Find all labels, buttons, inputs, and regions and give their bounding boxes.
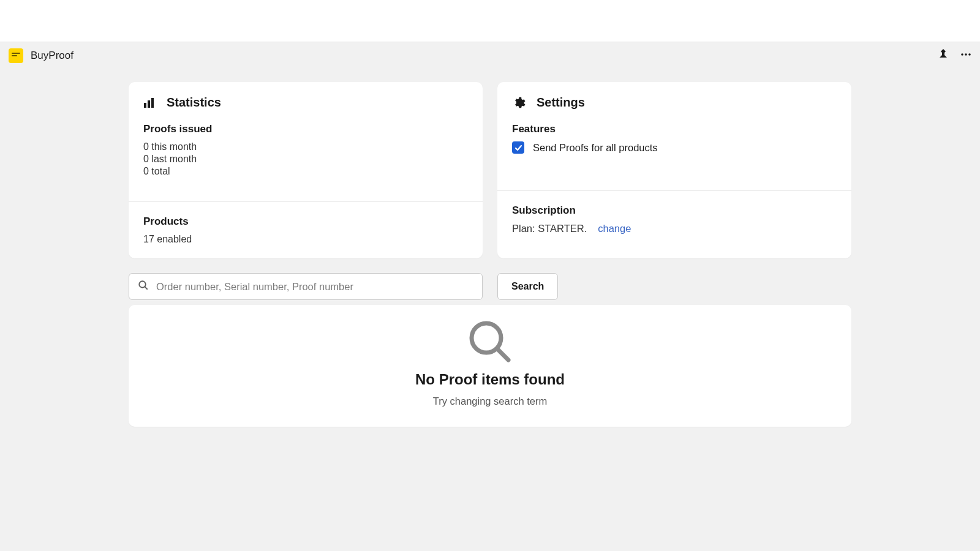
svg-point-2 — [968, 53, 971, 56]
settings-card: Settings Features Send Proofs for all pr… — [497, 82, 851, 258]
search-field-wrapper[interactable] — [129, 273, 483, 300]
bar-chart-icon — [143, 97, 156, 109]
stat-last-month: 0 last month — [143, 154, 468, 165]
empty-title: No Proof items found — [143, 371, 837, 388]
empty-state-card: No Proof items found Try changing search… — [129, 305, 851, 427]
search-button[interactable]: Search — [497, 273, 558, 300]
pin-icon[interactable] — [938, 49, 948, 62]
svg-line-7 — [145, 287, 147, 289]
feature-send-proofs-checkbox[interactable] — [512, 141, 524, 154]
statistics-title: Statistics — [167, 96, 221, 110]
products-heading: Products — [143, 216, 468, 228]
app-bar: BuyProof — [0, 42, 980, 69]
app-title: BuyProof — [31, 50, 74, 62]
magnifier-icon — [143, 318, 837, 365]
feature-send-proofs-label: Send Proofs for all products — [533, 142, 658, 154]
proofs-issued-heading: Proofs issued — [143, 123, 468, 135]
more-icon[interactable] — [960, 49, 971, 62]
gear-icon — [512, 96, 526, 110]
svg-line-9 — [497, 349, 508, 360]
svg-rect-4 — [148, 100, 150, 108]
svg-point-1 — [965, 53, 967, 56]
search-input[interactable] — [156, 281, 473, 293]
stat-total: 0 total — [143, 166, 468, 177]
empty-subtitle: Try changing search term — [143, 395, 837, 407]
svg-point-6 — [139, 281, 146, 288]
change-plan-link[interactable]: change — [598, 223, 631, 234]
app-logo — [9, 48, 23, 63]
plan-text: Plan: STARTER. — [512, 223, 587, 234]
svg-point-0 — [961, 53, 963, 56]
search-icon — [138, 280, 149, 293]
subscription-heading: Subscription — [512, 204, 837, 217]
products-enabled: 17 enabled — [143, 234, 468, 245]
svg-rect-3 — [144, 103, 146, 108]
settings-title: Settings — [537, 96, 585, 110]
stat-this-month: 0 this month — [143, 141, 468, 152]
features-heading: Features — [512, 123, 837, 135]
svg-rect-5 — [151, 98, 154, 108]
statistics-card: Statistics Proofs issued 0 this month 0 … — [129, 82, 483, 258]
